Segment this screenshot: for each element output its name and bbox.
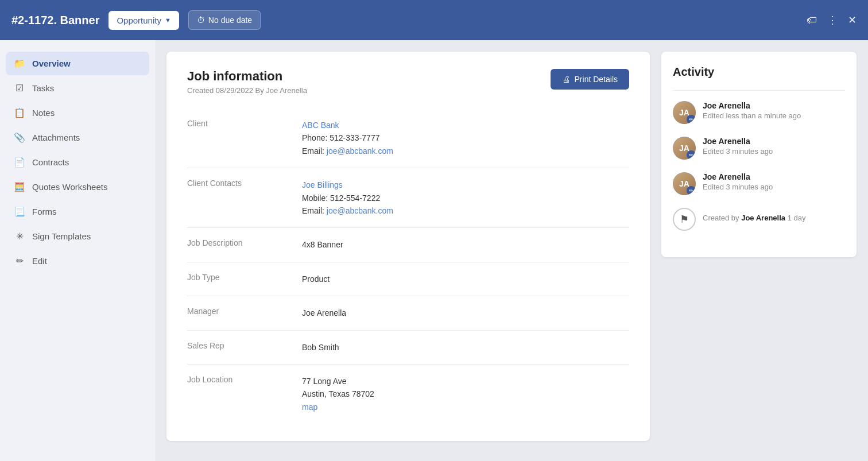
contact-email-label: Email:	[302, 206, 327, 215]
location-map-link[interactable]: map	[302, 402, 317, 412]
edit-badge-icon: ✏	[687, 150, 696, 160]
edit-badge-icon: ✏	[687, 115, 696, 124]
activity-detail: Edited 3 minutes ago	[703, 183, 773, 191]
created-by-name: Joe Arenella	[741, 214, 785, 222]
opportunity-label: Opportunity	[117, 16, 161, 25]
print-details-button[interactable]: 🖨 Print Details	[551, 69, 629, 90]
activity-text: Joe Arenella Edited less than a minute a…	[703, 101, 801, 120]
badge-icon[interactable]: 🏷	[807, 14, 817, 26]
sidebar-item-label: Overview	[32, 59, 71, 68]
table-row: Client Contacts Joe Billings Mobile: 512…	[187, 168, 629, 228]
field-label: Job Type	[187, 262, 302, 296]
activity-item: JA ✏ Joe Arenella Edited 3 minutes ago	[673, 172, 845, 195]
sidebar-item-label: Forms	[32, 207, 57, 216]
edit-badge-icon: ✏	[687, 186, 696, 195]
client-value: ABC Bank Phone: 512-333-7777 Email: joe@…	[302, 109, 629, 168]
job-description-value: 4x8 Banner	[302, 228, 629, 262]
manager-value: Joe Arenella	[302, 296, 629, 330]
sidebar-item-label: Attachments	[32, 133, 80, 142]
sidebar-item-notes[interactable]: 📋 Notes	[6, 101, 149, 125]
location-line1: 77 Long Ave	[302, 377, 347, 386]
sidebar-item-label: Notes	[32, 108, 55, 118]
due-date-button[interactable]: ⏱ No due date	[188, 10, 261, 30]
created-text: Created by Joe Arenella 1 day	[703, 208, 805, 224]
avatar: JA ✏	[673, 172, 696, 195]
checkbox-icon: ☑	[14, 83, 25, 94]
avatar: JA ✏	[673, 137, 696, 160]
field-label: Client Contacts	[187, 168, 302, 228]
activity-divider	[673, 90, 845, 91]
activity-user-name: Joe Arenella	[703, 101, 801, 110]
card-title-group: Job information Created 08/29/2022 By Jo…	[187, 69, 307, 95]
client-phone: Phone: 512-333-7777	[302, 133, 379, 142]
activity-item: JA ✏ Joe Arenella Edited less than a min…	[673, 101, 845, 124]
activity-user-name: Joe Arenella	[703, 172, 773, 181]
contact-name-link[interactable]: Joe Billings	[302, 180, 343, 189]
clock-icon: ⏱	[197, 16, 205, 25]
sidebar: 📁 Overview ☑ Tasks 📋 Notes 📎 Attachments…	[0, 40, 155, 461]
avatar: JA ✏	[673, 101, 696, 124]
table-row: Sales Rep Bob Smith	[187, 330, 629, 364]
sidebar-item-forms[interactable]: 📃 Forms	[6, 200, 149, 223]
table-row: Job Location 77 Long Ave Austin, Texas 7…	[187, 364, 629, 424]
sales-rep-value: Bob Smith	[302, 330, 629, 364]
field-label: Job Location	[187, 364, 302, 424]
close-icon[interactable]: ✕	[848, 14, 857, 26]
card-title: Job information	[187, 69, 307, 84]
activity-detail: Edited less than a minute ago	[703, 111, 801, 120]
edit-icon: ✏	[14, 255, 25, 266]
field-label: Job Description	[187, 228, 302, 262]
client-email-label: Email:	[302, 146, 327, 156]
table-row: Manager Joe Arenella	[187, 296, 629, 330]
header-actions: 🏷 ⋮ ✕	[807, 14, 857, 26]
forms-icon: 📃	[14, 206, 25, 217]
contact-email-link[interactable]: joe@abcbank.com	[327, 206, 393, 215]
contact-mobile: Mobile: 512-554-7222	[302, 193, 380, 203]
sidebar-item-tasks[interactable]: ☑ Tasks	[6, 76, 149, 100]
sidebar-item-label: Contracts	[32, 157, 69, 167]
sidebar-item-sign-templates[interactable]: ✳ Sign Templates	[6, 224, 149, 248]
sidebar-item-quotes-worksheets[interactable]: 🧮 Quotes Worksheets	[6, 175, 149, 199]
table-row: Job Description 4x8 Banner	[187, 228, 629, 262]
notes-icon: 📋	[14, 107, 25, 118]
sidebar-item-attachments[interactable]: 📎 Attachments	[6, 126, 149, 149]
activity-text: Joe Arenella Edited 3 minutes ago	[703, 172, 773, 191]
field-label: Client	[187, 109, 302, 168]
table-row: Job Type Product	[187, 262, 629, 296]
main-layout: 📁 Overview ☑ Tasks 📋 Notes 📎 Attachments…	[0, 40, 868, 461]
paperclip-icon: 📎	[14, 132, 25, 143]
sidebar-item-label: Edit	[32, 256, 47, 266]
job-info-card: Job information Created 08/29/2022 By Jo…	[166, 52, 650, 441]
job-location-value: 77 Long Ave Austin, Texas 78702 map	[302, 364, 629, 424]
worksheet-icon: 🧮	[14, 181, 25, 192]
activity-item: JA ✏ Joe Arenella Edited 3 minutes ago	[673, 137, 845, 160]
folder-icon: 📁	[14, 58, 25, 69]
opportunity-button[interactable]: Opportunity ▼	[108, 11, 179, 30]
activity-detail: Edited 3 minutes ago	[703, 147, 773, 156]
sidebar-item-label: Tasks	[32, 83, 54, 93]
more-menu-icon[interactable]: ⋮	[827, 14, 838, 26]
sidebar-item-label: Sign Templates	[32, 231, 91, 241]
client-email-link[interactable]: joe@abcbank.com	[327, 146, 393, 156]
activity-panel: Activity JA ✏ Joe Arenella Edited less t…	[661, 52, 857, 257]
activity-user-name: Joe Arenella	[703, 137, 773, 146]
job-info-table: Client ABC Bank Phone: 512-333-7777 Emai…	[187, 109, 629, 424]
field-label: Manager	[187, 296, 302, 330]
client-name-link[interactable]: ABC Bank	[302, 121, 339, 130]
flag-icon: ⚑	[673, 208, 696, 231]
contract-icon: 📄	[14, 157, 25, 168]
table-row: Client ABC Bank Phone: 512-333-7777 Emai…	[187, 109, 629, 168]
print-btn-label: Print Details	[575, 75, 618, 84]
sidebar-item-contracts[interactable]: 📄 Contracts	[6, 150, 149, 174]
location-line2: Austin, Texas 78702	[302, 389, 374, 398]
card-header: Job information Created 08/29/2022 By Jo…	[187, 69, 629, 95]
header: #2-1172. Banner Opportunity ▼ ⏱ No due d…	[0, 0, 868, 40]
field-label: Sales Rep	[187, 330, 302, 364]
activity-created-item: ⚑ Created by Joe Arenella 1 day	[673, 208, 845, 231]
page-title: #2-1172. Banner	[11, 14, 99, 27]
card-subtitle: Created 08/29/2022 By Joe Arenella	[187, 86, 307, 95]
sidebar-item-overview[interactable]: 📁 Overview	[6, 52, 149, 75]
main-content: Job information Created 08/29/2022 By Jo…	[155, 40, 661, 461]
printer-icon: 🖨	[562, 75, 570, 84]
sidebar-item-edit[interactable]: ✏ Edit	[6, 249, 149, 273]
